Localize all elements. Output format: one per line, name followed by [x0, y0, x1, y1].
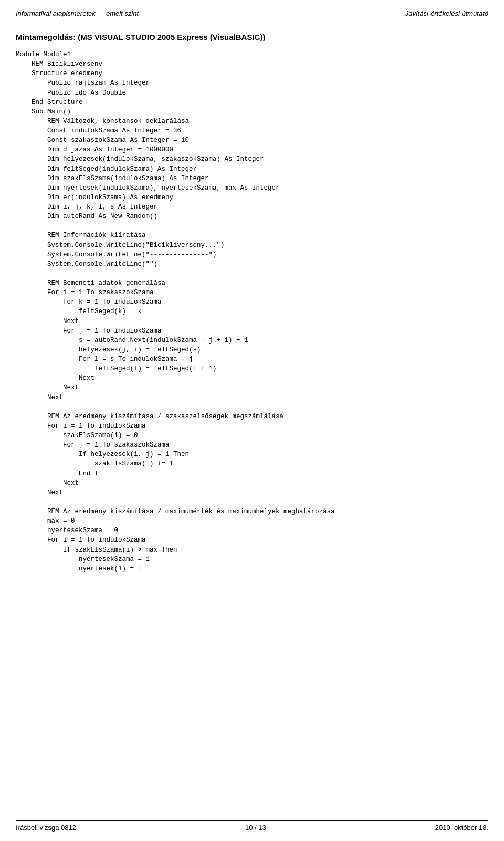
page-footer: írásbeli vizsga 0812 10 / 13 2010. októb… [16, 820, 488, 832]
page-header: Informatikai alapismeretek — emelt szint… [16, 9, 488, 17]
code-block: Module Module1 REM Bicikliverseny Struct… [16, 50, 488, 574]
page-title: Mintamegoldás: (MS VISUAL STUDIO 2005 Ex… [16, 33, 488, 41]
header-left: Informatikai alapismeretek — emelt szint [16, 9, 139, 17]
header-divider [16, 27, 488, 27]
title-section: Mintamegoldás: (MS VISUAL STUDIO 2005 Ex… [16, 33, 488, 41]
page-container: Informatikai alapismeretek — emelt szint… [0, 0, 504, 841]
footer-right: 2010. október 18. [435, 824, 488, 832]
footer-center: 10 / 13 [245, 824, 266, 832]
header-right: Javítási-értékelési útmutató [405, 9, 488, 17]
footer-left: írásbeli vizsga 0812 [16, 824, 76, 832]
